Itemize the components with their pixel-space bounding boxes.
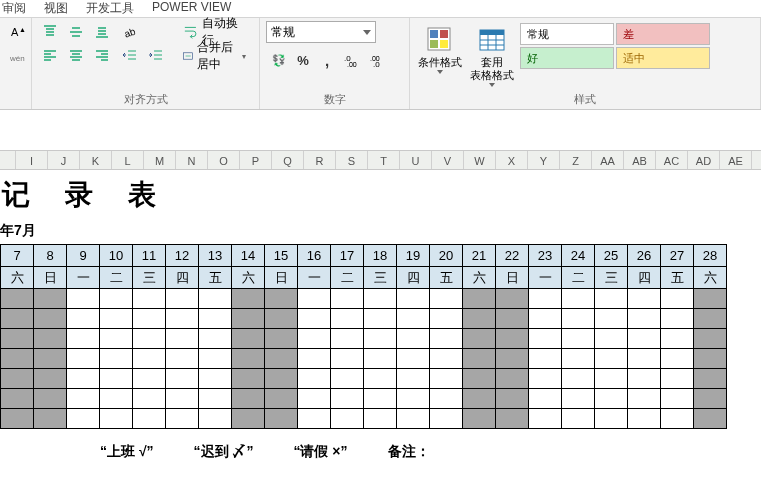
calendar-cell[interactable] xyxy=(199,409,232,429)
calendar-cell[interactable] xyxy=(430,369,463,389)
calendar-header-cell[interactable]: 27 xyxy=(661,245,694,267)
calendar-cell[interactable] xyxy=(463,349,496,369)
calendar-header-cell[interactable]: 7 xyxy=(1,245,34,267)
calendar-cell[interactable] xyxy=(529,349,562,369)
calendar-cell[interactable] xyxy=(199,369,232,389)
calendar-cell[interactable] xyxy=(430,389,463,409)
column-header-row[interactable]: IJKLMNOPQRSTUVWXYZAAABACADAE xyxy=(0,150,761,170)
calendar-cell[interactable] xyxy=(298,409,331,429)
calendar-cell[interactable] xyxy=(166,389,199,409)
calendar-header-cell[interactable]: 三 xyxy=(133,267,166,289)
calendar-cell[interactable] xyxy=(100,349,133,369)
calendar-cell[interactable] xyxy=(331,309,364,329)
calendar-cell[interactable] xyxy=(34,389,67,409)
calendar-cell[interactable] xyxy=(265,309,298,329)
decrease-decimal-button[interactable]: .00.0 xyxy=(366,49,390,71)
calendar-cell[interactable] xyxy=(562,389,595,409)
calendar-cell[interactable] xyxy=(67,309,100,329)
calendar-cell[interactable] xyxy=(100,389,133,409)
calendar-cell[interactable] xyxy=(232,389,265,409)
increase-decimal-button[interactable]: .0.00 xyxy=(340,49,364,71)
calendar-cell[interactable] xyxy=(364,289,397,309)
calendar-header-cell[interactable]: 三 xyxy=(595,267,628,289)
calendar-header-cell[interactable]: 五 xyxy=(430,267,463,289)
calendar-cell[interactable] xyxy=(628,329,661,349)
calendar-cell[interactable] xyxy=(1,369,34,389)
calendar-cell[interactable] xyxy=(199,309,232,329)
calendar-cell[interactable] xyxy=(562,329,595,349)
column-header[interactable]: AA xyxy=(592,151,624,169)
style-swatch-normal[interactable]: 常规 xyxy=(520,23,614,45)
calendar-cell[interactable] xyxy=(67,389,100,409)
font-clear-button[interactable]: wén xyxy=(6,45,30,67)
calendar-cell[interactable] xyxy=(463,369,496,389)
calendar-header-cell[interactable]: 二 xyxy=(331,267,364,289)
calendar-cell[interactable] xyxy=(133,389,166,409)
tab-review[interactable]: 审阅 xyxy=(2,0,26,17)
column-header[interactable]: AD xyxy=(688,151,720,169)
calendar-cell[interactable] xyxy=(661,369,694,389)
calendar-header-cell[interactable]: 四 xyxy=(397,267,430,289)
column-header[interactable]: AB xyxy=(624,151,656,169)
calendar-cell[interactable] xyxy=(1,309,34,329)
calendar-cell[interactable] xyxy=(397,309,430,329)
calendar-cell[interactable] xyxy=(265,349,298,369)
calendar-cell[interactable] xyxy=(628,289,661,309)
align-left-button[interactable] xyxy=(38,45,62,67)
align-center-button[interactable] xyxy=(64,45,88,67)
calendar-header-cell[interactable]: 日 xyxy=(34,267,67,289)
column-header[interactable]: I xyxy=(16,151,48,169)
calendar-cell[interactable] xyxy=(34,309,67,329)
calendar-cell[interactable] xyxy=(166,349,199,369)
calendar-header-cell[interactable]: 四 xyxy=(628,267,661,289)
column-header[interactable] xyxy=(0,151,16,169)
calendar-cell[interactable] xyxy=(463,409,496,429)
column-header[interactable]: AC xyxy=(656,151,688,169)
calendar-header-cell[interactable]: 六 xyxy=(232,267,265,289)
calendar-header-cell[interactable]: 二 xyxy=(562,267,595,289)
calendar-cell[interactable] xyxy=(628,369,661,389)
calendar-header-cell[interactable]: 六 xyxy=(1,267,34,289)
calendar-cell[interactable] xyxy=(100,289,133,309)
calendar-cell[interactable] xyxy=(166,329,199,349)
calendar-cell[interactable] xyxy=(34,349,67,369)
calendar-cell[interactable] xyxy=(430,309,463,329)
calendar-cell[interactable] xyxy=(232,309,265,329)
cell-styles-gallery[interactable]: 常规 差 好 适中 xyxy=(520,23,710,69)
calendar-cell[interactable] xyxy=(34,409,67,429)
calendar-header-cell[interactable]: 二 xyxy=(100,267,133,289)
indent-increase-button[interactable] xyxy=(144,45,168,67)
calendar-cell[interactable] xyxy=(430,349,463,369)
calendar-cell[interactable] xyxy=(397,369,430,389)
calendar-cell[interactable] xyxy=(232,369,265,389)
indent-decrease-button[interactable] xyxy=(118,45,142,67)
calendar-cell[interactable] xyxy=(595,289,628,309)
column-header[interactable]: S xyxy=(336,151,368,169)
calendar-cell[interactable] xyxy=(496,409,529,429)
format-as-table-button[interactable]: 套用 表格格式 xyxy=(468,21,516,87)
calendar-cell[interactable] xyxy=(265,369,298,389)
calendar-cell[interactable] xyxy=(166,289,199,309)
align-right-button[interactable] xyxy=(90,45,114,67)
column-header[interactable]: L xyxy=(112,151,144,169)
calendar-cell[interactable] xyxy=(232,409,265,429)
calendar-cell[interactable] xyxy=(595,309,628,329)
column-header[interactable]: P xyxy=(240,151,272,169)
calendar-cell[interactable] xyxy=(331,329,364,349)
percent-button[interactable]: % xyxy=(292,49,314,71)
calendar-cell[interactable] xyxy=(133,409,166,429)
column-header[interactable]: T xyxy=(368,151,400,169)
calendar-cell[interactable] xyxy=(595,349,628,369)
calendar-cell[interactable] xyxy=(331,289,364,309)
tab-dev[interactable]: 开发工具 xyxy=(86,0,134,17)
merge-center-button[interactable]: 合并后居中 ▾ xyxy=(176,45,253,67)
calendar-cell[interactable] xyxy=(364,349,397,369)
calendar-cell[interactable] xyxy=(364,409,397,429)
calendar-cell[interactable] xyxy=(463,389,496,409)
calendar-cell[interactable] xyxy=(166,309,199,329)
calendar-cell[interactable] xyxy=(496,309,529,329)
calendar-cell[interactable] xyxy=(628,409,661,429)
calendar-cell[interactable] xyxy=(67,349,100,369)
calendar-header-cell[interactable]: 10 xyxy=(100,245,133,267)
calendar-header-cell[interactable]: 14 xyxy=(232,245,265,267)
